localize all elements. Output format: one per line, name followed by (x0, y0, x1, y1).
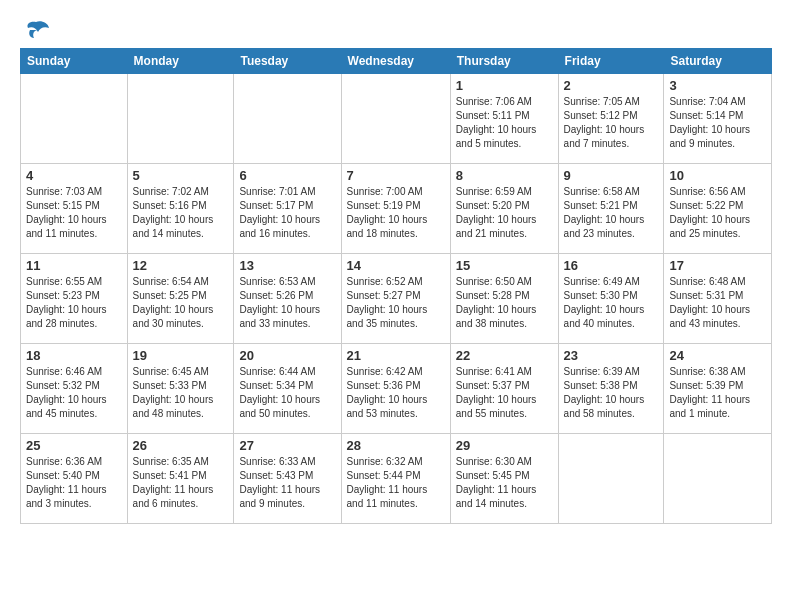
calendar-table: SundayMondayTuesdayWednesdayThursdayFrid… (20, 48, 772, 524)
day-info: Sunrise: 6:54 AM Sunset: 5:25 PM Dayligh… (133, 275, 229, 331)
day-info: Sunrise: 6:38 AM Sunset: 5:39 PM Dayligh… (669, 365, 766, 421)
calendar-cell: 18Sunrise: 6:46 AM Sunset: 5:32 PM Dayli… (21, 344, 128, 434)
calendar-cell (558, 434, 664, 524)
page-header (20, 16, 772, 40)
day-info: Sunrise: 7:05 AM Sunset: 5:12 PM Dayligh… (564, 95, 659, 151)
column-header-thursday: Thursday (450, 49, 558, 74)
day-info: Sunrise: 7:00 AM Sunset: 5:19 PM Dayligh… (347, 185, 445, 241)
day-number: 7 (347, 168, 445, 183)
column-header-monday: Monday (127, 49, 234, 74)
day-number: 24 (669, 348, 766, 363)
day-number: 3 (669, 78, 766, 93)
day-info: Sunrise: 6:42 AM Sunset: 5:36 PM Dayligh… (347, 365, 445, 421)
column-header-saturday: Saturday (664, 49, 772, 74)
day-number: 29 (456, 438, 553, 453)
calendar-cell: 22Sunrise: 6:41 AM Sunset: 5:37 PM Dayli… (450, 344, 558, 434)
calendar-week-row: 25Sunrise: 6:36 AM Sunset: 5:40 PM Dayli… (21, 434, 772, 524)
day-number: 16 (564, 258, 659, 273)
calendar-cell: 28Sunrise: 6:32 AM Sunset: 5:44 PM Dayli… (341, 434, 450, 524)
calendar-week-row: 1Sunrise: 7:06 AM Sunset: 5:11 PM Daylig… (21, 74, 772, 164)
day-info: Sunrise: 6:45 AM Sunset: 5:33 PM Dayligh… (133, 365, 229, 421)
column-header-wednesday: Wednesday (341, 49, 450, 74)
calendar-week-row: 18Sunrise: 6:46 AM Sunset: 5:32 PM Dayli… (21, 344, 772, 434)
calendar-cell: 24Sunrise: 6:38 AM Sunset: 5:39 PM Dayli… (664, 344, 772, 434)
day-info: Sunrise: 7:06 AM Sunset: 5:11 PM Dayligh… (456, 95, 553, 151)
day-number: 19 (133, 348, 229, 363)
day-number: 4 (26, 168, 122, 183)
calendar-cell: 7Sunrise: 7:00 AM Sunset: 5:19 PM Daylig… (341, 164, 450, 254)
day-info: Sunrise: 6:58 AM Sunset: 5:21 PM Dayligh… (564, 185, 659, 241)
day-number: 17 (669, 258, 766, 273)
calendar-week-row: 4Sunrise: 7:03 AM Sunset: 5:15 PM Daylig… (21, 164, 772, 254)
day-number: 27 (239, 438, 335, 453)
day-number: 6 (239, 168, 335, 183)
day-info: Sunrise: 6:59 AM Sunset: 5:20 PM Dayligh… (456, 185, 553, 241)
calendar-cell: 11Sunrise: 6:55 AM Sunset: 5:23 PM Dayli… (21, 254, 128, 344)
calendar-cell: 14Sunrise: 6:52 AM Sunset: 5:27 PM Dayli… (341, 254, 450, 344)
day-number: 28 (347, 438, 445, 453)
day-info: Sunrise: 6:46 AM Sunset: 5:32 PM Dayligh… (26, 365, 122, 421)
column-header-tuesday: Tuesday (234, 49, 341, 74)
day-number: 25 (26, 438, 122, 453)
calendar-cell: 16Sunrise: 6:49 AM Sunset: 5:30 PM Dayli… (558, 254, 664, 344)
calendar-cell (234, 74, 341, 164)
day-info: Sunrise: 6:36 AM Sunset: 5:40 PM Dayligh… (26, 455, 122, 511)
day-number: 1 (456, 78, 553, 93)
calendar-cell: 25Sunrise: 6:36 AM Sunset: 5:40 PM Dayli… (21, 434, 128, 524)
day-info: Sunrise: 7:03 AM Sunset: 5:15 PM Dayligh… (26, 185, 122, 241)
day-number: 13 (239, 258, 335, 273)
day-info: Sunrise: 6:53 AM Sunset: 5:26 PM Dayligh… (239, 275, 335, 331)
day-number: 23 (564, 348, 659, 363)
calendar-cell: 29Sunrise: 6:30 AM Sunset: 5:45 PM Dayli… (450, 434, 558, 524)
day-number: 15 (456, 258, 553, 273)
day-number: 2 (564, 78, 659, 93)
day-number: 12 (133, 258, 229, 273)
calendar-cell: 26Sunrise: 6:35 AM Sunset: 5:41 PM Dayli… (127, 434, 234, 524)
day-info: Sunrise: 6:44 AM Sunset: 5:34 PM Dayligh… (239, 365, 335, 421)
calendar-cell (127, 74, 234, 164)
calendar-cell: 23Sunrise: 6:39 AM Sunset: 5:38 PM Dayli… (558, 344, 664, 434)
calendar-cell: 17Sunrise: 6:48 AM Sunset: 5:31 PM Dayli… (664, 254, 772, 344)
day-info: Sunrise: 6:39 AM Sunset: 5:38 PM Dayligh… (564, 365, 659, 421)
day-number: 20 (239, 348, 335, 363)
day-number: 14 (347, 258, 445, 273)
day-info: Sunrise: 7:04 AM Sunset: 5:14 PM Dayligh… (669, 95, 766, 151)
column-header-friday: Friday (558, 49, 664, 74)
day-info: Sunrise: 6:55 AM Sunset: 5:23 PM Dayligh… (26, 275, 122, 331)
day-info: Sunrise: 6:32 AM Sunset: 5:44 PM Dayligh… (347, 455, 445, 511)
day-info: Sunrise: 7:01 AM Sunset: 5:17 PM Dayligh… (239, 185, 335, 241)
day-number: 22 (456, 348, 553, 363)
calendar-cell (341, 74, 450, 164)
day-info: Sunrise: 7:02 AM Sunset: 5:16 PM Dayligh… (133, 185, 229, 241)
calendar-cell: 6Sunrise: 7:01 AM Sunset: 5:17 PM Daylig… (234, 164, 341, 254)
day-number: 18 (26, 348, 122, 363)
day-number: 10 (669, 168, 766, 183)
calendar-cell: 2Sunrise: 7:05 AM Sunset: 5:12 PM Daylig… (558, 74, 664, 164)
calendar-header-row: SundayMondayTuesdayWednesdayThursdayFrid… (21, 49, 772, 74)
day-info: Sunrise: 6:50 AM Sunset: 5:28 PM Dayligh… (456, 275, 553, 331)
day-info: Sunrise: 6:41 AM Sunset: 5:37 PM Dayligh… (456, 365, 553, 421)
calendar-cell: 12Sunrise: 6:54 AM Sunset: 5:25 PM Dayli… (127, 254, 234, 344)
calendar-cell: 15Sunrise: 6:50 AM Sunset: 5:28 PM Dayli… (450, 254, 558, 344)
day-number: 5 (133, 168, 229, 183)
calendar-cell: 8Sunrise: 6:59 AM Sunset: 5:20 PM Daylig… (450, 164, 558, 254)
logo-bird-icon (22, 20, 50, 40)
calendar-cell: 4Sunrise: 7:03 AM Sunset: 5:15 PM Daylig… (21, 164, 128, 254)
logo (20, 20, 50, 40)
day-number: 11 (26, 258, 122, 273)
calendar-cell: 19Sunrise: 6:45 AM Sunset: 5:33 PM Dayli… (127, 344, 234, 434)
calendar-cell: 3Sunrise: 7:04 AM Sunset: 5:14 PM Daylig… (664, 74, 772, 164)
day-number: 8 (456, 168, 553, 183)
calendar-cell: 13Sunrise: 6:53 AM Sunset: 5:26 PM Dayli… (234, 254, 341, 344)
day-number: 26 (133, 438, 229, 453)
calendar-cell (664, 434, 772, 524)
day-info: Sunrise: 6:56 AM Sunset: 5:22 PM Dayligh… (669, 185, 766, 241)
calendar-cell: 5Sunrise: 7:02 AM Sunset: 5:16 PM Daylig… (127, 164, 234, 254)
calendar-cell: 9Sunrise: 6:58 AM Sunset: 5:21 PM Daylig… (558, 164, 664, 254)
calendar-cell: 27Sunrise: 6:33 AM Sunset: 5:43 PM Dayli… (234, 434, 341, 524)
column-header-sunday: Sunday (21, 49, 128, 74)
calendar-cell: 20Sunrise: 6:44 AM Sunset: 5:34 PM Dayli… (234, 344, 341, 434)
day-info: Sunrise: 6:30 AM Sunset: 5:45 PM Dayligh… (456, 455, 553, 511)
day-info: Sunrise: 6:49 AM Sunset: 5:30 PM Dayligh… (564, 275, 659, 331)
day-number: 21 (347, 348, 445, 363)
